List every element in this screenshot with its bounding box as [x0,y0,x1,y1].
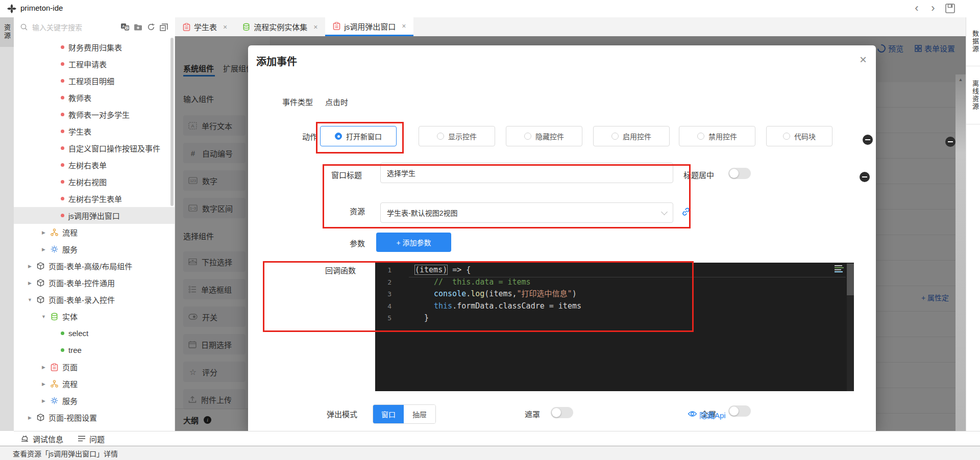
chevron-down-icon[interactable]: ▼ [27,297,33,302]
radio-icon[interactable] [783,133,790,140]
right-rail-tab-离线资源[interactable]: 离线资源 [966,66,980,124]
collapse-all-icon[interactable] [160,23,168,31]
save-icon[interactable] [945,3,955,14]
chevron-right-icon[interactable]: ▶ [41,381,46,387]
tree-item-左树右视图[interactable]: 左树右视图 [14,173,175,190]
tree-item-工程申请表[interactable]: 工程申请表 [14,56,175,72]
tree-item-流程[interactable]: ▶流程 [14,224,175,241]
tree-item-学生表[interactable]: 学生表 [14,123,175,140]
tree-item-页面-表单-高级/布局组件[interactable]: ▶页面-表单-高级/布局组件 [14,258,175,274]
tree-item-select[interactable]: select [14,325,175,342]
remove-event-button[interactable] [863,135,873,145]
tab-学生表[interactable]: 学生表× [175,17,235,36]
chevron-right-icon[interactable]: ▶ [27,280,33,286]
radio-icon[interactable] [611,133,619,140]
chevron-right-icon[interactable]: ▶ [41,365,46,370]
popup-mode-窗口[interactable]: 窗口 [373,405,404,423]
tree-item-页面-表单-控件通用[interactable]: ▶页面-表单-控件通用 [14,274,175,291]
action-option-label: 打开新窗口 [346,131,382,141]
mask-toggle[interactable] [551,407,573,418]
main-scrollbar[interactable]: ▲ [955,74,966,431]
code-line[interactable]: this.formData.classCadre = items [375,300,841,313]
resource-select[interactable]: 学生表-默认视图2视图 [380,202,673,223]
add-event-dialog: 添加事件 × 事件类型 点击时 动作 打开新窗口显示控件隐藏控件启用控件禁用控件… [248,45,876,431]
radio-icon[interactable] [437,133,444,140]
tree-item-页面-表单-录入控件[interactable]: ▼页面-表单-录入控件 [14,291,175,308]
tree-item-教师表[interactable]: 教师表 [14,89,175,106]
tree-item-页面-视图设置[interactable]: ▶页面-视图设置 [14,409,175,426]
debug-info-item[interactable]: 调试信息 [20,433,63,444]
tree-item-页面[interactable]: ▶页面 [14,359,175,375]
popup-mode-抽屉[interactable]: 抽屉 [404,405,435,423]
window-title-input[interactable]: 选择学生 [380,163,673,183]
tree-item-教师表一对多学生[interactable]: 教师表一对多学生 [14,106,175,123]
close-icon[interactable]: × [860,53,867,67]
radio-icon[interactable] [524,133,531,140]
code-line[interactable]: (items) => { [375,264,841,276]
radio-icon[interactable] [697,133,704,140]
tree-item-服务[interactable]: ▶服务 [14,392,175,409]
link-icon[interactable] [681,207,691,217]
problems-item[interactable]: 问题 [78,433,105,444]
right-rail-tab-数据源[interactable]: 数据源 [966,17,980,66]
chevron-down-icon[interactable]: ▼ [41,314,46,319]
fullscreen-toggle[interactable] [728,405,751,417]
title-center-toggle[interactable] [728,168,751,179]
translate-icon[interactable]: A文 [120,23,129,31]
tab-close-icon[interactable]: × [402,22,406,30]
hide-api-link[interactable]: 隐藏Api [699,410,726,420]
search-icon [20,23,28,31]
chevron-right-icon[interactable]: ▶ [41,230,46,235]
remove-row-button[interactable] [860,172,870,182]
search-input[interactable]: 输入关键字搜索 [20,22,120,32]
action-option-隐藏控件[interactable]: 隐藏控件 [506,126,582,146]
radio-icon[interactable] [335,133,342,140]
tree-item-自定义窗口操作按钮及事件[interactable]: 自定义窗口操作按钮及事件 [14,140,175,157]
tree-item-流程[interactable]: ▶流程 [14,375,175,392]
action-option-代码块[interactable]: 代码块 [766,126,832,146]
tab-close-icon[interactable]: × [223,23,227,31]
editor-code[interactable]: (items) => {// this.data = itemsconsole.… [375,264,841,324]
gear-icon [51,397,58,404]
tree-item-工程项目明细[interactable]: 工程项目明细 [14,72,175,89]
add-param-button[interactable]: + 添加参数 [376,233,451,252]
package-icon [37,262,44,270]
refresh-icon[interactable] [147,23,155,31]
tree-scrollbar[interactable] [170,38,174,206]
tree-item-实体[interactable]: ▼实体 [14,308,175,325]
tree-item-tree[interactable]: tree [14,342,175,359]
tree-item-label: 实体 [62,311,78,322]
tree-item-财务费用归集表[interactable]: 财务费用归集表 [14,39,175,56]
chevron-right-icon[interactable]: ▶ [41,247,46,252]
scroll-up-arrow-icon[interactable]: ▲ [955,74,966,85]
tree-item-js调用弹出窗口[interactable]: js调用弹出窗口 [14,207,175,224]
code-line[interactable]: } [375,312,841,324]
action-option-显示控件[interactable]: 显示控件 [419,126,495,146]
chevron-right-icon[interactable]: › [927,2,939,15]
chevron-right-icon[interactable]: ▶ [27,415,33,420]
status-bar: 查看资源「js调用弹出窗口」详情 [0,446,980,460]
tab-流程实例实体集[interactable]: 流程实例实体集× [235,17,325,36]
sidebar-tab-resources[interactable]: 资源 [0,17,14,47]
action-option-打开新窗口[interactable]: 打开新窗口 [320,126,397,146]
editor-scrollbar-thumb[interactable] [847,264,854,295]
remove-button[interactable] [945,137,955,147]
action-option-启用控件[interactable]: 启用控件 [593,126,670,146]
entity-green-icon [242,23,250,31]
code-editor[interactable]: 12345 (items) => {// this.data = itemsco… [375,263,854,391]
tree-item-左树右表单[interactable]: 左树右表单 [14,157,175,173]
chevron-left-icon[interactable]: ‹ [911,2,923,15]
tree-item-服务[interactable]: ▶服务 [14,241,175,258]
chevron-right-icon[interactable]: ▶ [27,264,33,269]
action-option-禁用控件[interactable]: 禁用控件 [679,126,755,146]
tab-close-icon[interactable]: × [313,23,317,31]
code-line[interactable]: // this.data = items [375,276,841,289]
folder-plus-icon[interactable] [134,23,142,31]
tree-item-左树右学生表单[interactable]: 左树右学生表单 [14,190,175,207]
chevron-right-icon[interactable]: ▶ [41,398,46,403]
status-text: 查看资源「js调用弹出窗口」详情 [13,448,118,458]
editor-minimap [835,265,844,273]
tab-js调用弹出窗口[interactable]: js调用弹出窗口× [325,17,413,36]
code-line[interactable]: console.log(items,"打印选中信息") [375,288,841,300]
tree-item-label: 页面-表单-高级/布局组件 [48,261,132,271]
